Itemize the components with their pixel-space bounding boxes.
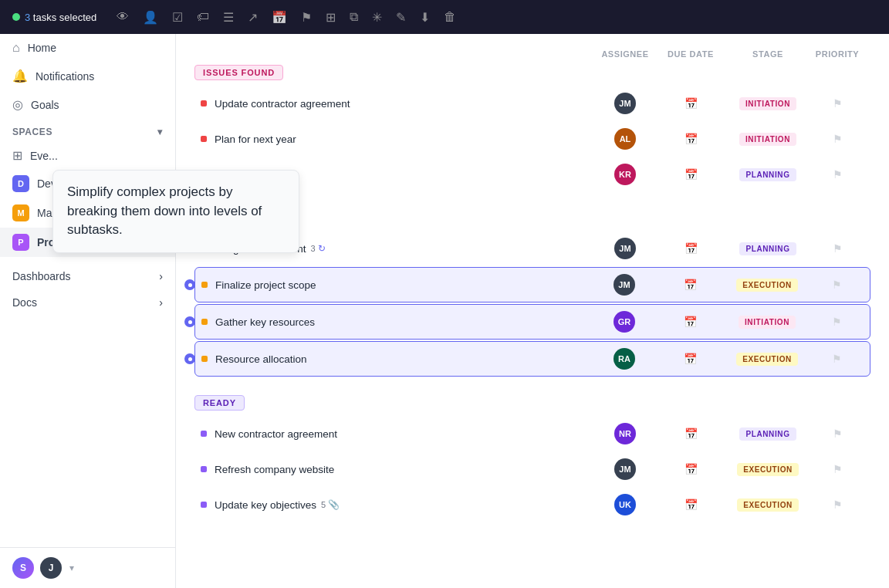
assignee-cell: KR (594, 164, 656, 185)
stage-badge: EXECUTION (736, 353, 798, 366)
copy-icon[interactable]: ⧉ (350, 10, 358, 24)
status-dot (12, 13, 20, 21)
flag-icon: ⚑ (833, 463, 843, 475)
calendar-icon: 📅 (684, 463, 698, 475)
paperclip-icon: 📎 (328, 499, 340, 510)
flag-icon[interactable]: ⚑ (301, 10, 312, 25)
stage-badge: EXECUTION (736, 279, 798, 292)
sidebar-item-dashboards[interactable]: Dashboards › (0, 263, 175, 289)
task-row-selected[interactable]: Gather key resources GR 📅 INITIATION ⚑ (194, 304, 870, 340)
status-icon[interactable]: ☑ (172, 10, 183, 25)
col-header-stage: STAGE (725, 49, 810, 59)
task-row[interactable]: Plan for next year AL 📅 INITIATION ⚑ (194, 122, 870, 156)
home-label: Home (28, 42, 56, 54)
layers-icon[interactable]: ⊞ (326, 10, 336, 25)
sidebar-item-notifications[interactable]: 🔔 Notifications (0, 62, 175, 90)
calendar-icon: 📅 (684, 168, 698, 181)
stage-cell: EXECUTION (725, 498, 810, 512)
duedate-cell: 📅 (656, 498, 725, 511)
task-dot (201, 356, 208, 362)
calendar-icon[interactable]: 📅 (272, 10, 287, 25)
assignee-cell: JM (593, 274, 655, 296)
task-name: Update key objectives 5 📎 (215, 499, 594, 511)
task-name: Resource allocation (215, 353, 593, 365)
flag-icon: ⚑ (832, 316, 842, 328)
flag-icon: ⚑ (832, 353, 842, 365)
col-header-duedate: DUE DATE (656, 49, 725, 59)
goals-label: Goals (31, 99, 59, 111)
task-row[interactable]: Update key objectives 5 📎 UK 📅 EXECUTION (194, 488, 870, 522)
stage-badge: INITIATION (739, 133, 796, 146)
calendar-icon: 📅 (684, 353, 697, 365)
calendar-icon: 📅 (684, 498, 698, 511)
tag-icon[interactable]: 🏷 (197, 10, 209, 24)
section-label-ready: READY (194, 395, 245, 411)
section-ready: READY New contractor agreement NR 📅 PLAN… (194, 395, 870, 522)
duedate-cell: 📅 (656, 463, 725, 475)
assign-icon[interactable]: 👤 (143, 10, 158, 25)
assignee-cell: UK (594, 494, 656, 515)
avatar: RA (614, 348, 635, 370)
calendar-icon: 📅 (684, 133, 698, 145)
spaces-header: Spaces ▾ (0, 119, 175, 142)
tooltip-text: Simplify complex projects by breaking th… (67, 184, 262, 237)
grid-icon: ⊞ (12, 148, 22, 163)
dashboards-label: Dashboards (12, 270, 71, 282)
avatar: AL (614, 128, 636, 150)
spaces-chevron[interactable]: ▾ (157, 127, 163, 137)
stage-cell: INITIATION (725, 97, 810, 110)
flag-icon: ⚑ (833, 133, 843, 145)
task-row[interactable]: New contractor agreement NR 📅 PLANNING ⚑ (194, 417, 870, 451)
assignee-cell: AL (594, 128, 656, 150)
task-selection-status: 3 tasks selected (12, 12, 96, 23)
task-name: Finalize project scope (215, 279, 593, 291)
stage-badge: PLANNING (739, 427, 796, 441)
asterisk-icon[interactable]: ✳ (372, 10, 382, 25)
task-row[interactable]: Refresh company website JM 📅 EXECUTION ⚑ (194, 452, 870, 486)
calendar-icon: 📅 (684, 279, 697, 291)
task-row-selected[interactable]: Resource allocation RA 📅 EXECUTION ⚑ (194, 341, 870, 377)
duedate-cell: 📅 (655, 316, 725, 328)
priority-cell: ⚑ (810, 133, 864, 145)
stage-cell: INITIATION (725, 316, 810, 329)
task-dot (201, 431, 207, 437)
task-dot (201, 319, 208, 325)
task-row-selected[interactable]: Finalize project scope JM 📅 EXECUTION ⚑ (194, 267, 870, 302)
marketing-badge: M (12, 204, 29, 221)
sidebar-item-home[interactable]: ⌂ Home (0, 34, 175, 62)
task-name: Gather key resources (215, 316, 593, 328)
duedate-cell: 📅 (656, 133, 725, 145)
sidebar-item-goals[interactable]: ◎ Goals (0, 90, 175, 119)
avatar-s: S (12, 557, 34, 579)
footer-chevron[interactable]: ▾ (69, 563, 74, 573)
assignee-cell: JM (594, 93, 656, 114)
docs-label: Docs (12, 296, 37, 309)
avatar-j: J (40, 557, 62, 579)
stage-badge: EXECUTION (737, 463, 799, 476)
priority-cell: ⚑ (810, 97, 864, 110)
spaces-label: Spaces (12, 127, 52, 137)
task-row[interactable]: Update contractor agreement JM 📅 INITIAT… (194, 86, 870, 120)
edit-icon[interactable]: ✎ (396, 10, 406, 25)
stage-cell: PLANNING (725, 427, 810, 441)
selection-radio (184, 279, 195, 290)
calendar-icon: 📅 (684, 97, 698, 110)
avatar: JM (614, 238, 636, 259)
sidebar-item-docs[interactable]: Docs › (0, 289, 175, 316)
eye-icon[interactable]: 👁 (117, 10, 129, 24)
inbox-icon[interactable]: ⬇ (420, 10, 430, 25)
dashboards-chevron: › (159, 270, 163, 282)
selection-radio (184, 316, 195, 327)
col-header-priority: PRIORITY (810, 49, 864, 59)
stage-cell: PLANNING (725, 242, 810, 255)
flag-icon: ⚑ (833, 168, 843, 181)
avatar: JM (614, 93, 636, 114)
share-icon[interactable]: ↗ (248, 10, 258, 25)
trash-icon[interactable]: 🗑 (444, 10, 456, 24)
badge-count: 3 (311, 244, 316, 253)
stage-cell: EXECUTION (725, 463, 810, 476)
list-icon[interactable]: ☰ (223, 10, 234, 25)
sidebar-item-everything[interactable]: ⊞ Eve... (0, 142, 175, 169)
priority-cell: ⚑ (810, 168, 864, 181)
tooltip: Simplify complex projects by breaking th… (52, 170, 299, 253)
